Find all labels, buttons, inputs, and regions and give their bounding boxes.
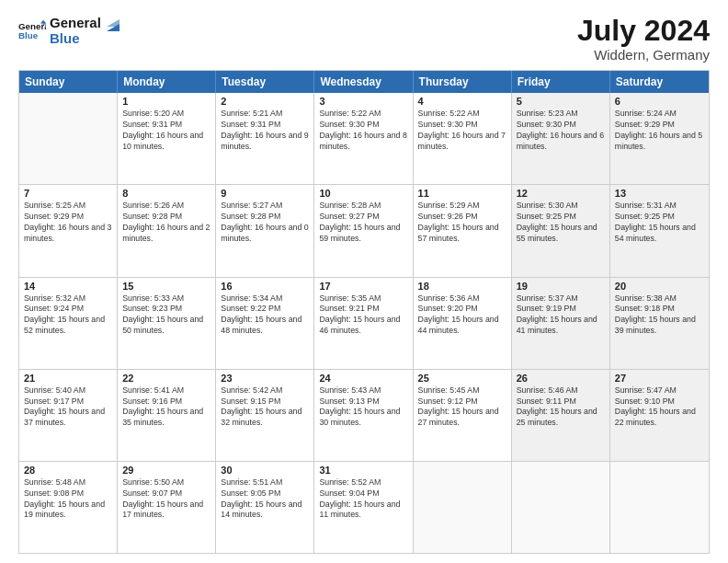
table-row: 25Sunrise: 5:45 AM Sunset: 9:12 PM Dayli… <box>414 370 512 461</box>
day-number: 28 <box>24 465 112 476</box>
header-sunday: Sunday <box>19 71 118 93</box>
day-number: 27 <box>615 373 704 384</box>
cell-info: Sunrise: 5:26 AM Sunset: 9:28 PM Dayligh… <box>122 201 210 245</box>
day-number: 13 <box>615 188 704 199</box>
calendar-row: 1Sunrise: 5:20 AM Sunset: 9:31 PM Daylig… <box>19 93 709 185</box>
header-monday: Monday <box>118 71 216 93</box>
cell-info: Sunrise: 5:48 AM Sunset: 9:08 PM Dayligh… <box>24 477 112 522</box>
table-row: 24Sunrise: 5:43 AM Sunset: 9:13 PM Dayli… <box>314 370 413 461</box>
cell-info: Sunrise: 5:25 AM Sunset: 9:29 PM Dayligh… <box>24 201 112 245</box>
day-number: 22 <box>122 373 210 384</box>
day-number: 8 <box>122 188 210 199</box>
cell-info: Sunrise: 5:22 AM Sunset: 9:30 PM Dayligh… <box>418 109 506 153</box>
cell-info: Sunrise: 5:23 AM Sunset: 9:30 PM Dayligh… <box>517 109 605 153</box>
header-saturday: Saturday <box>610 71 709 93</box>
table-row: 28Sunrise: 5:48 AM Sunset: 9:08 PM Dayli… <box>19 462 118 553</box>
table-row: 1Sunrise: 5:20 AM Sunset: 9:31 PM Daylig… <box>118 93 216 184</box>
table-row: 12Sunrise: 5:30 AM Sunset: 9:25 PM Dayli… <box>512 185 610 276</box>
calendar-body: 1Sunrise: 5:20 AM Sunset: 9:31 PM Daylig… <box>19 93 709 553</box>
header-wednesday: Wednesday <box>314 71 413 93</box>
day-number: 9 <box>221 188 309 199</box>
day-number: 11 <box>418 188 506 199</box>
day-number: 1 <box>122 96 210 107</box>
day-number: 17 <box>319 281 407 292</box>
cell-info: Sunrise: 5:45 AM Sunset: 9:12 PM Dayligh… <box>418 385 506 430</box>
table-row <box>512 462 610 553</box>
day-number: 30 <box>221 465 309 476</box>
cell-info: Sunrise: 5:40 AM Sunset: 9:17 PM Dayligh… <box>24 385 112 430</box>
table-row: 23Sunrise: 5:42 AM Sunset: 9:15 PM Dayli… <box>216 370 314 461</box>
cell-info: Sunrise: 5:32 AM Sunset: 9:24 PM Dayligh… <box>24 293 112 338</box>
logo-icon: General Blue <box>18 17 46 44</box>
table-row: 22Sunrise: 5:41 AM Sunset: 9:16 PM Dayli… <box>118 370 216 461</box>
table-row <box>19 93 118 184</box>
cell-info: Sunrise: 5:20 AM Sunset: 9:31 PM Dayligh… <box>122 109 210 153</box>
cell-info: Sunrise: 5:31 AM Sunset: 9:25 PM Dayligh… <box>615 201 704 245</box>
table-row: 19Sunrise: 5:37 AM Sunset: 9:19 PM Dayli… <box>512 278 610 369</box>
day-number: 31 <box>319 465 407 476</box>
calendar-row: 21Sunrise: 5:40 AM Sunset: 9:17 PM Dayli… <box>19 370 709 462</box>
cell-info: Sunrise: 5:29 AM Sunset: 9:26 PM Dayligh… <box>418 201 506 245</box>
location: Widdern, Germany <box>577 47 710 63</box>
logo-blue: Blue <box>50 30 101 46</box>
cell-info: Sunrise: 5:47 AM Sunset: 9:10 PM Dayligh… <box>615 385 704 430</box>
day-number: 12 <box>517 188 605 199</box>
cell-info: Sunrise: 5:42 AM Sunset: 9:15 PM Dayligh… <box>221 385 309 430</box>
table-row: 4Sunrise: 5:22 AM Sunset: 9:30 PM Daylig… <box>414 93 512 184</box>
cell-info: Sunrise: 5:41 AM Sunset: 9:16 PM Dayligh… <box>122 385 210 430</box>
cell-info: Sunrise: 5:27 AM Sunset: 9:28 PM Dayligh… <box>221 201 309 245</box>
cell-info: Sunrise: 5:30 AM Sunset: 9:25 PM Dayligh… <box>517 201 605 245</box>
cell-info: Sunrise: 5:50 AM Sunset: 9:07 PM Dayligh… <box>122 477 210 522</box>
table-row: 31Sunrise: 5:52 AM Sunset: 9:04 PM Dayli… <box>314 462 413 553</box>
table-row: 17Sunrise: 5:35 AM Sunset: 9:21 PM Dayli… <box>314 278 413 369</box>
day-number: 26 <box>517 373 605 384</box>
svg-marker-5 <box>107 19 119 27</box>
table-row: 14Sunrise: 5:32 AM Sunset: 9:24 PM Dayli… <box>19 278 118 369</box>
cell-info: Sunrise: 5:22 AM Sunset: 9:30 PM Dayligh… <box>319 109 407 153</box>
cell-info: Sunrise: 5:38 AM Sunset: 9:18 PM Dayligh… <box>615 293 704 338</box>
day-number: 6 <box>615 96 704 107</box>
table-row: 9Sunrise: 5:27 AM Sunset: 9:28 PM Daylig… <box>216 185 314 276</box>
cell-info: Sunrise: 5:28 AM Sunset: 9:27 PM Dayligh… <box>319 201 407 245</box>
cell-info: Sunrise: 5:35 AM Sunset: 9:21 PM Dayligh… <box>319 293 407 338</box>
calendar: Sunday Monday Tuesday Wednesday Thursday… <box>18 70 710 554</box>
cell-info: Sunrise: 5:33 AM Sunset: 9:23 PM Dayligh… <box>122 293 210 338</box>
day-number: 14 <box>24 281 112 292</box>
day-number: 7 <box>24 188 112 199</box>
cell-info: Sunrise: 5:43 AM Sunset: 9:13 PM Dayligh… <box>319 385 407 430</box>
day-number: 18 <box>418 281 506 292</box>
cell-info: Sunrise: 5:24 AM Sunset: 9:29 PM Dayligh… <box>615 109 704 153</box>
cell-info: Sunrise: 5:51 AM Sunset: 9:05 PM Dayligh… <box>221 477 309 522</box>
table-row: 18Sunrise: 5:36 AM Sunset: 9:20 PM Dayli… <box>414 278 512 369</box>
table-row: 3Sunrise: 5:22 AM Sunset: 9:30 PM Daylig… <box>314 93 413 184</box>
day-number: 5 <box>517 96 605 107</box>
table-row: 29Sunrise: 5:50 AM Sunset: 9:07 PM Dayli… <box>118 462 216 553</box>
day-number: 23 <box>221 373 309 384</box>
cell-info: Sunrise: 5:34 AM Sunset: 9:22 PM Dayligh… <box>221 293 309 338</box>
cell-info: Sunrise: 5:36 AM Sunset: 9:20 PM Dayligh… <box>418 293 506 338</box>
header: General Blue General Blue July 2024 Widd… <box>18 15 710 63</box>
table-row: 6Sunrise: 5:24 AM Sunset: 9:29 PM Daylig… <box>610 93 709 184</box>
table-row: 2Sunrise: 5:21 AM Sunset: 9:31 PM Daylig… <box>216 93 314 184</box>
day-number: 21 <box>24 373 112 384</box>
table-row: 26Sunrise: 5:46 AM Sunset: 9:11 PM Dayli… <box>512 370 610 461</box>
day-number: 15 <box>122 281 210 292</box>
calendar-header: Sunday Monday Tuesday Wednesday Thursday… <box>19 71 709 93</box>
table-row: 11Sunrise: 5:29 AM Sunset: 9:26 PM Dayli… <box>414 185 512 276</box>
day-number: 3 <box>319 96 407 107</box>
table-row: 20Sunrise: 5:38 AM Sunset: 9:18 PM Dayli… <box>610 278 709 369</box>
table-row <box>610 462 709 553</box>
table-row: 15Sunrise: 5:33 AM Sunset: 9:23 PM Dayli… <box>118 278 216 369</box>
table-row: 10Sunrise: 5:28 AM Sunset: 9:27 PM Dayli… <box>314 185 413 276</box>
logo: General Blue General Blue <box>18 15 123 47</box>
table-row: 5Sunrise: 5:23 AM Sunset: 9:30 PM Daylig… <box>512 93 610 184</box>
day-number: 10 <box>319 188 407 199</box>
day-number: 2 <box>221 96 309 107</box>
cell-info: Sunrise: 5:21 AM Sunset: 9:31 PM Dayligh… <box>221 109 309 153</box>
day-number: 29 <box>122 465 210 476</box>
table-row: 13Sunrise: 5:31 AM Sunset: 9:25 PM Dayli… <box>610 185 709 276</box>
calendar-row: 7Sunrise: 5:25 AM Sunset: 9:29 PM Daylig… <box>19 185 709 277</box>
logo-general: General <box>50 15 101 30</box>
cell-info: Sunrise: 5:46 AM Sunset: 9:11 PM Dayligh… <box>517 385 605 430</box>
page: General Blue General Blue July 2024 Widd… <box>0 0 728 563</box>
